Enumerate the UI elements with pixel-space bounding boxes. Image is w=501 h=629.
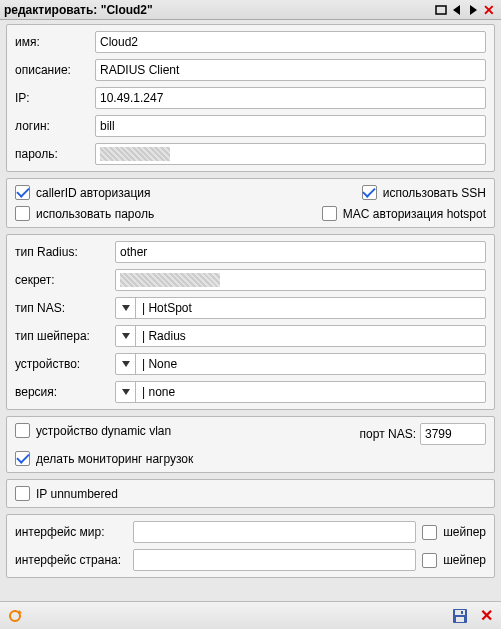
name-label: имя:	[15, 35, 95, 49]
version-select[interactable]: | none	[115, 381, 486, 403]
shaper-value: | Radius	[136, 329, 192, 343]
svg-rect-10	[455, 610, 465, 615]
iface-world-label: интерфейс мир:	[15, 525, 133, 539]
panel-radius: тип Radius: секрет: тип NAS: | HotSpot т…	[6, 234, 495, 410]
refresh-icon[interactable]	[6, 607, 24, 625]
iface-world-input[interactable]	[133, 521, 416, 543]
next-icon[interactable]	[465, 2, 481, 18]
device-label: устройство:	[15, 357, 115, 371]
version-value: | none	[136, 385, 181, 399]
svg-marker-6	[122, 389, 130, 395]
ipun-checkbox[interactable]	[15, 486, 30, 501]
ip-label: IP:	[15, 91, 95, 105]
usepass-checkbox[interactable]	[15, 206, 30, 221]
secret-input[interactable]	[115, 269, 486, 291]
ipun-label: IP unnumbered	[36, 487, 118, 501]
nastype-label: тип NAS:	[15, 301, 115, 315]
password-mask	[100, 147, 170, 161]
secret-mask	[120, 273, 220, 287]
chevron-down-icon	[116, 382, 136, 402]
maximize-icon[interactable]	[433, 2, 449, 18]
svg-rect-0	[436, 6, 446, 14]
nasport-input[interactable]	[420, 423, 486, 445]
ssh-label: использовать SSH	[383, 186, 486, 200]
dyn-vlan-label: устройство dynamic vlan	[36, 424, 171, 438]
iface-world-shaper-label: шейпер	[443, 525, 486, 539]
panel-flags: callerID авторизация использовать SSH ис…	[6, 178, 495, 228]
version-label: версия:	[15, 385, 115, 399]
device-value: | None	[136, 357, 183, 371]
svg-rect-12	[461, 611, 463, 614]
svg-marker-4	[122, 333, 130, 339]
iface-country-shaper-checkbox[interactable]	[422, 553, 437, 568]
chevron-down-icon	[116, 326, 136, 346]
panel-extra: устройство dynamic vlan порт NAS: делать…	[6, 416, 495, 473]
radius-type-label: тип Radius:	[15, 245, 115, 259]
device-select[interactable]: | None	[115, 353, 486, 375]
nasport-label: порт NAS:	[360, 427, 416, 441]
macauth-label: MAC авторизация hotspot	[343, 207, 486, 221]
desc-label: описание:	[15, 63, 95, 77]
dyn-vlan-checkbox[interactable]	[15, 423, 30, 438]
window-title: редактировать: "Cloud2"	[4, 3, 433, 17]
chevron-down-icon	[116, 298, 136, 318]
radius-type-input[interactable]	[115, 241, 486, 263]
svg-marker-3	[122, 305, 130, 311]
monitor-checkbox[interactable]	[15, 451, 30, 466]
macauth-checkbox[interactable]	[322, 206, 337, 221]
panel-ipun: IP unnumbered	[6, 479, 495, 508]
svg-marker-2	[470, 5, 477, 15]
nastype-value: | HotSpot	[136, 301, 198, 315]
iface-country-shaper-label: шейпер	[443, 553, 486, 567]
close-icon[interactable]: ✕	[481, 2, 497, 18]
svg-marker-1	[453, 5, 460, 15]
ip-input[interactable]	[95, 87, 486, 109]
callerid-label: callerID авторизация	[36, 186, 150, 200]
monitor-label: делать мониторинг нагрузок	[36, 452, 193, 466]
iface-world-shaper-checkbox[interactable]	[422, 525, 437, 540]
footer: ✕	[0, 601, 501, 629]
password-label: пароль:	[15, 147, 95, 161]
svg-rect-11	[456, 617, 464, 622]
login-input[interactable]	[95, 115, 486, 137]
shaper-select[interactable]: | Radius	[115, 325, 486, 347]
delete-icon[interactable]: ✕	[477, 607, 495, 625]
svg-marker-8	[18, 610, 22, 614]
iface-country-label: интерфейс страна:	[15, 553, 133, 567]
titlebar: редактировать: "Cloud2" ✕	[0, 0, 501, 20]
callerid-checkbox[interactable]	[15, 185, 30, 200]
usepass-label: использовать пароль	[36, 207, 154, 221]
login-label: логин:	[15, 119, 95, 133]
chevron-down-icon	[116, 354, 136, 374]
panel-interfaces: интерфейс мир: шейпер интерфейс страна: …	[6, 514, 495, 578]
secret-label: секрет:	[15, 273, 115, 287]
shaper-label: тип шейпера:	[15, 329, 115, 343]
panel-basic: имя: описание: IP: логин: пароль:	[6, 24, 495, 172]
iface-country-input[interactable]	[133, 549, 416, 571]
nastype-select[interactable]: | HotSpot	[115, 297, 486, 319]
save-icon[interactable]	[451, 607, 469, 625]
ssh-checkbox[interactable]	[362, 185, 377, 200]
prev-icon[interactable]	[449, 2, 465, 18]
svg-marker-5	[122, 361, 130, 367]
name-input[interactable]	[95, 31, 486, 53]
password-input[interactable]	[95, 143, 486, 165]
desc-input[interactable]	[95, 59, 486, 81]
